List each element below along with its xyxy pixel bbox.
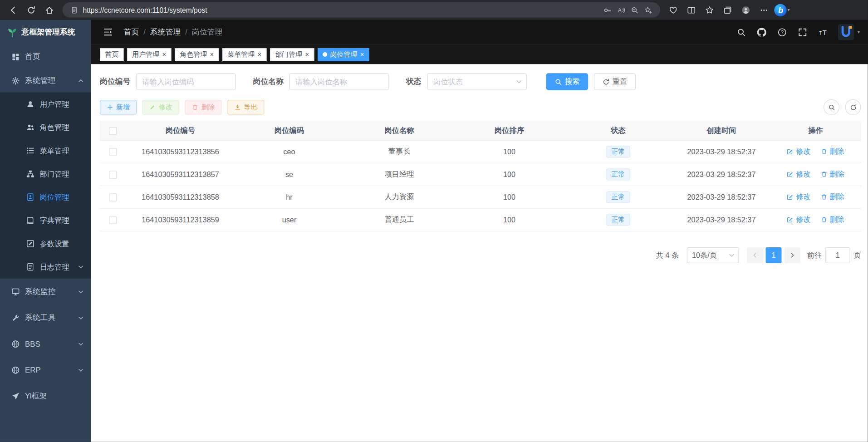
posts-table: 岗位编号 岗位编码 岗位名称 岗位排序 状态 创建时间 操作 16410305 — [100, 121, 861, 231]
status-select[interactable] — [427, 73, 527, 90]
user-menu[interactable]: ▾ — [838, 24, 860, 40]
close-icon[interactable]: × — [360, 51, 364, 58]
sidebar-item-roles[interactable]: 角色管理 — [0, 116, 91, 139]
github-icon[interactable] — [753, 23, 771, 41]
trash-icon — [821, 171, 828, 177]
sidebar-item-home[interactable]: 首页 — [0, 45, 91, 69]
sidebar-item-logs[interactable]: 日志管理 — [0, 255, 91, 279]
col-post-code: 岗位编码 — [235, 121, 344, 140]
tag-home[interactable]: 首页 — [100, 48, 124, 61]
breadcrumb-system[interactable]: 系统管理 — [150, 27, 181, 37]
sidebar-item-users[interactable]: 用户管理 — [0, 93, 91, 116]
fullscreen-icon[interactable] — [794, 23, 812, 41]
breadcrumb-home[interactable]: 首页 — [124, 27, 139, 37]
post-name-label: 岗位名称 — [253, 77, 284, 87]
post-name-input[interactable] — [289, 73, 389, 90]
sidebar-item-monitor[interactable]: 系统监控 — [0, 279, 91, 305]
browser-home-icon[interactable] — [41, 2, 58, 18]
svg-text:A: A — [618, 7, 622, 13]
jump-suffix: 页 — [853, 250, 861, 260]
row-delete-link[interactable]: 删除 — [821, 169, 845, 180]
status-badge: 正常 — [606, 146, 630, 157]
sidebar-item-parameters[interactable]: 参数设置 — [0, 232, 91, 255]
add-button[interactable]: 新增 — [100, 100, 137, 115]
refresh-icon — [603, 78, 610, 85]
read-aloud-icon[interactable]: A — [615, 4, 628, 16]
search-icon[interactable] — [732, 23, 750, 41]
browser-menu-icon[interactable] — [755, 2, 773, 18]
col-post-name: 岗位名称 — [344, 121, 455, 140]
sidebar-item-yi-framework[interactable]: Yi框架 — [0, 383, 91, 409]
url-text[interactable]: https://ccnetcore.com:1101/system/post — [83, 6, 602, 14]
row-checkbox[interactable] — [109, 171, 117, 179]
jump-page-input[interactable] — [825, 247, 850, 263]
help-icon[interactable]: ? — [773, 23, 791, 41]
sidebar-item-departments[interactable]: 部门管理 — [0, 162, 91, 186]
row-edit-link[interactable]: 修改 — [787, 169, 811, 180]
tag-post-management[interactable]: 岗位管理 × — [318, 48, 369, 61]
sidebar-menu: 首页 系统管理 用户管理 角色管理 — [0, 45, 91, 442]
close-icon[interactable]: × — [162, 51, 167, 58]
sidebar-item-erp[interactable]: ERP — [0, 357, 91, 383]
tag-department-management[interactable]: 部门管理 × — [270, 48, 314, 61]
search-button[interactable]: 搜索 — [546, 73, 588, 90]
select-all-checkbox[interactable] — [109, 127, 117, 135]
refresh-table-button[interactable] — [845, 99, 861, 115]
svg-text:T: T — [819, 30, 822, 35]
post-code-input[interactable] — [136, 73, 236, 90]
main-column: 首页 / 系统管理 / 岗位管理 ? — [91, 20, 868, 442]
jump-prefix: 前往 — [807, 250, 822, 260]
app-logo[interactable]: 意框架管理系统 — [0, 20, 91, 45]
browser-address-bar[interactable]: https://ccnetcore.com:1101/system/post A — [63, 2, 661, 18]
reset-button[interactable]: 重置 — [594, 73, 636, 90]
split-screen-icon[interactable] — [683, 2, 700, 18]
browser-refresh-icon[interactable] — [23, 2, 40, 18]
edit-button[interactable]: 修改 — [142, 100, 179, 115]
add-favorite-star-icon[interactable] — [642, 4, 655, 16]
page-number-1[interactable]: 1 — [766, 247, 782, 263]
row-checkbox[interactable] — [109, 193, 117, 201]
row-checkbox[interactable] — [109, 216, 117, 224]
row-delete-link[interactable]: 删除 — [821, 215, 845, 225]
close-icon[interactable]: × — [210, 51, 214, 58]
post-code-label: 岗位编号 — [100, 77, 131, 87]
next-page-button[interactable] — [785, 247, 800, 263]
sidebar-item-bbs[interactable]: BBS — [0, 331, 91, 357]
delete-button[interactable]: 删除 — [185, 100, 222, 115]
tag-menu-management[interactable]: 菜单管理 × — [222, 48, 267, 61]
profile-avatar-icon[interactable] — [737, 2, 755, 18]
sidebar-item-dictionary[interactable]: 字典管理 — [0, 209, 91, 232]
toggle-search-button[interactable] — [824, 99, 839, 115]
pagination: 共 4 条 10条/页 1 前往 页 — [100, 247, 861, 263]
row-edit-link[interactable]: 修改 — [787, 192, 811, 202]
chevron-down-icon — [78, 367, 84, 373]
tag-role-management[interactable]: 角色管理 × — [175, 48, 219, 61]
collections-icon[interactable] — [719, 2, 736, 18]
password-key-icon[interactable] — [601, 4, 614, 16]
browser-back-icon[interactable] — [5, 2, 22, 18]
sidebar-item-menus[interactable]: 菜单管理 — [0, 139, 91, 162]
tag-user-management[interactable]: 用户管理 × — [127, 48, 172, 61]
sidebar-item-system[interactable]: 系统管理 — [0, 69, 91, 93]
row-edit-link[interactable]: 修改 — [787, 215, 811, 225]
site-info-icon[interactable] — [68, 4, 81, 16]
row-delete-link[interactable]: 删除 — [821, 147, 845, 157]
row-edit-link[interactable]: 修改 — [787, 147, 811, 157]
row-delete-link[interactable]: 删除 — [821, 192, 845, 202]
close-icon[interactable]: × — [305, 51, 309, 58]
status-badge: 正常 — [606, 168, 630, 180]
sidebar-item-posts[interactable]: 岗位管理 — [0, 186, 91, 209]
favorites-icon[interactable] — [701, 2, 718, 18]
close-icon[interactable]: × — [258, 51, 262, 58]
export-button[interactable]: 导出 — [227, 100, 264, 115]
zoom-out-icon[interactable] — [628, 4, 641, 16]
prev-page-button[interactable] — [747, 247, 763, 263]
sidebar-item-tools[interactable]: 系统工具 — [0, 304, 91, 331]
trash-icon — [821, 148, 828, 155]
page-size-select[interactable]: 10条/页 — [687, 247, 739, 263]
font-size-icon[interactable]: TT — [814, 23, 832, 41]
bing-copilot-icon[interactable]: b ▾ — [774, 2, 791, 18]
browser-essentials-icon[interactable] — [665, 2, 682, 18]
row-checkbox[interactable] — [109, 148, 117, 156]
sidebar-toggle-icon[interactable] — [100, 24, 116, 40]
